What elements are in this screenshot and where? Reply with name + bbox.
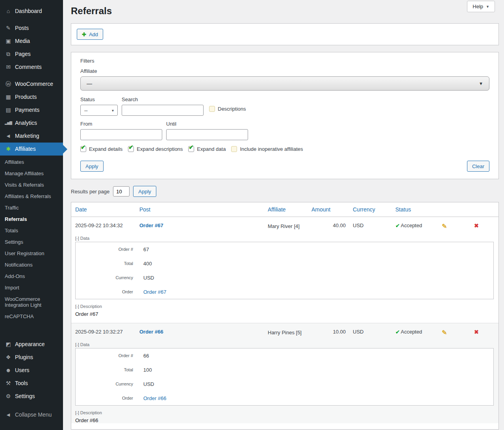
referral-affiliate: Harry Pines [5] bbox=[268, 329, 304, 337]
apply-filters-button[interactable]: Apply bbox=[80, 161, 104, 172]
sidebar-item-products[interactable]: ▦ Products bbox=[0, 91, 63, 104]
data-field-value: 400 bbox=[143, 261, 493, 267]
sidebar-subitem-import[interactable]: Import bbox=[0, 282, 63, 293]
sidebar-subitem-add-ons[interactable]: Add-Ons bbox=[0, 271, 63, 282]
sidebar-item-label: Appearance bbox=[15, 341, 45, 348]
edit-referral-icon[interactable]: ✎ bbox=[442, 329, 474, 336]
sidebar-item-pages[interactable]: ⧉ Pages bbox=[0, 48, 63, 61]
status-label: Accepted bbox=[401, 222, 422, 228]
apply-per-page-button[interactable]: Apply bbox=[133, 186, 156, 197]
referral-data-box: Order # 67 Total 400 Currency USD Order … bbox=[75, 242, 494, 299]
sidebar-item-posts[interactable]: ✎ Posts bbox=[0, 22, 63, 35]
table-row: 2025-09-22 10:34:32 Order #67 Mary River… bbox=[71, 217, 498, 317]
sidebar-item-payments[interactable]: ▤ Payments bbox=[0, 104, 63, 117]
clear-filters-button[interactable]: Clear bbox=[467, 161, 489, 172]
sidebar-subitem-recaptcha[interactable]: reCAPTCHA bbox=[0, 311, 63, 322]
column-header-affiliate[interactable]: Affiliate bbox=[268, 206, 311, 213]
expand-data-checkbox[interactable]: ✔ bbox=[188, 146, 194, 152]
sidebar-item-analytics[interactable]: ▂▅▇ Analytics bbox=[0, 117, 63, 130]
search-input[interactable] bbox=[122, 105, 204, 116]
referral-post-link[interactable]: Order #67 bbox=[139, 222, 268, 228]
sidebar-subitem-manage-affiliates[interactable]: Manage Affiliates bbox=[0, 168, 63, 179]
sidebar-item-label: Tools bbox=[15, 380, 28, 387]
sidebar-item-settings[interactable]: ⚙ Settings bbox=[0, 390, 63, 403]
sidebar-item-media[interactable]: ▣ Media bbox=[0, 35, 63, 48]
affiliate-select[interactable]: — ▼ bbox=[80, 76, 489, 91]
column-header-amount[interactable]: Amount bbox=[311, 206, 353, 213]
sidebar-item-label: Users bbox=[15, 367, 30, 374]
edit-referral-icon[interactable]: ✎ bbox=[442, 222, 474, 230]
help-button[interactable]: Help ▼ bbox=[467, 1, 495, 12]
sidebar-item-dashboard[interactable]: ⌂ Dashboard bbox=[0, 5, 63, 18]
sidebar-subitem-traffic[interactable]: Traffic bbox=[0, 202, 63, 213]
sidebar-subitem-totals[interactable]: Totals bbox=[0, 225, 63, 236]
data-field-value: 67 bbox=[143, 247, 493, 252]
sidebar-subitem-affiliates-referrals[interactable]: Affiliates & Referrals bbox=[0, 191, 63, 202]
data-collapse-toggle[interactable]: [-] Data bbox=[75, 342, 498, 347]
until-input[interactable] bbox=[166, 129, 248, 140]
until-field: Until bbox=[166, 121, 248, 140]
referral-post-link[interactable]: Order #66 bbox=[139, 329, 268, 335]
expand-details-checkbox[interactable]: ✔ bbox=[80, 146, 86, 152]
add-button[interactable]: ✚ Add bbox=[77, 29, 103, 40]
add-panel: ✚ Add bbox=[71, 23, 499, 45]
order-link[interactable]: Order #67 bbox=[143, 289, 493, 295]
referral-currency: USD bbox=[353, 329, 395, 335]
sidebar-item-plugins[interactable]: ❖ Plugins bbox=[0, 351, 63, 364]
column-header-currency[interactable]: Currency bbox=[353, 206, 395, 213]
include-inoperative-checkbox[interactable] bbox=[231, 146, 237, 152]
expand-descriptions-checkbox[interactable]: ✔ bbox=[128, 146, 134, 152]
order-link[interactable]: Order #66 bbox=[143, 395, 493, 401]
column-header-date[interactable]: Date bbox=[75, 206, 139, 213]
sidebar-subitem-visits-referrals[interactable]: Visits & Referrals bbox=[0, 179, 63, 191]
sidebar-subitem-affiliates[interactable]: Affiliates bbox=[0, 156, 63, 168]
results-per-page-input[interactable] bbox=[113, 186, 130, 196]
from-input[interactable] bbox=[80, 129, 162, 140]
plugins-icon: ❖ bbox=[5, 354, 12, 361]
descriptions-checkbox[interactable] bbox=[209, 106, 215, 112]
sidebar-subitem-settings[interactable]: Settings bbox=[0, 236, 63, 248]
collapse-menu-button[interactable]: ◀ Collapse Menu bbox=[0, 408, 63, 421]
delete-referral-icon[interactable]: ✖ bbox=[474, 329, 498, 335]
sidebar-subitem-user-registration[interactable]: User Registration bbox=[0, 248, 63, 259]
sidebar-item-woocommerce[interactable]: Ⓦ WooCommerce bbox=[0, 78, 63, 91]
tools-icon: ⚒ bbox=[5, 380, 12, 387]
search-field: Search bbox=[122, 96, 204, 116]
sidebar-item-label: Affiliates bbox=[15, 146, 36, 152]
sidebar-item-tools[interactable]: ⚒ Tools bbox=[0, 377, 63, 390]
main-content: Help ▼ Referrals ✚ Add Filters Affiliate… bbox=[63, 0, 504, 430]
sidebar-subitem-referrals[interactable]: Referrals bbox=[0, 213, 63, 225]
sidebar-subitem-woocommerce-integration-light[interactable]: WooCommerce Integration Light bbox=[0, 293, 63, 311]
data-field-label: Total bbox=[76, 261, 143, 266]
sidebar-item-appearance[interactable]: ◩ Appearance bbox=[0, 338, 63, 351]
sidebar-item-comments[interactable]: ✉ Comments bbox=[0, 61, 63, 74]
data-field-label: Currency bbox=[76, 275, 143, 280]
collapse-menu-label: Collapse Menu bbox=[15, 411, 52, 418]
affiliates-submenu: Affiliates Manage Affiliates Visits & Re… bbox=[0, 156, 63, 324]
referrals-table: Date Post Affiliate Amount Currency Stat… bbox=[71, 202, 499, 430]
sidebar-item-label: Pages bbox=[15, 51, 31, 57]
appearance-icon: ◩ bbox=[5, 341, 12, 348]
description-collapse-toggle[interactable]: [-] Description bbox=[75, 304, 498, 309]
affiliate-select-value: — bbox=[87, 80, 92, 87]
column-header-status[interactable]: Status bbox=[395, 206, 442, 213]
sidebar-item-label: Plugins bbox=[15, 354, 33, 361]
description-collapse-toggle[interactable]: [-] Description bbox=[75, 410, 498, 415]
filters-title: Filters bbox=[80, 58, 489, 64]
data-collapse-toggle[interactable]: [-] Data bbox=[75, 236, 498, 241]
sidebar-item-marketing[interactable]: ◄ Marketing bbox=[0, 130, 63, 143]
delete-referral-icon[interactable]: ✖ bbox=[474, 222, 498, 229]
sidebar-item-affiliates[interactable]: ✱ Affiliates bbox=[0, 143, 63, 156]
data-field-label: Currency bbox=[76, 382, 143, 386]
data-field-label: Order bbox=[76, 289, 143, 294]
affiliates-icon: ✱ bbox=[5, 146, 12, 152]
users-icon: ☻ bbox=[5, 367, 12, 374]
expand-descriptions-group: ✔ Expand descriptions bbox=[128, 146, 183, 152]
status-select[interactable]: -- ▾ bbox=[80, 105, 118, 116]
sidebar-item-users[interactable]: ☻ Users bbox=[0, 364, 63, 377]
marketing-icon: ◄ bbox=[5, 133, 12, 139]
sidebar-item-label: Comments bbox=[15, 64, 42, 70]
data-field-value: 100 bbox=[143, 367, 493, 373]
column-header-post[interactable]: Post bbox=[139, 206, 268, 213]
sidebar-subitem-notifications[interactable]: Notifications bbox=[0, 259, 63, 271]
